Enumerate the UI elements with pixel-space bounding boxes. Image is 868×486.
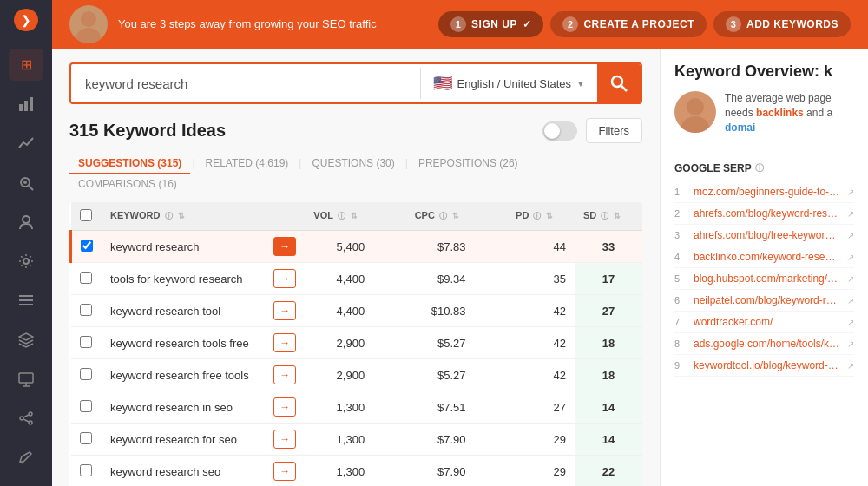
serp-item-external-icon[interactable]: ↗ — [847, 318, 854, 327]
row-arrow-button[interactable]: → — [273, 462, 296, 481]
row-arrow-button[interactable]: → — [273, 333, 296, 352]
row-checkbox[interactable] — [80, 400, 92, 412]
row-arrow-button[interactable]: → — [273, 365, 296, 384]
row-arrow: → — [265, 295, 305, 327]
serp-item-external-icon[interactable]: ↗ — [847, 231, 854, 240]
overview-highlight-blue: domai — [725, 122, 755, 134]
tab-prepositions[interactable]: PREPOSITIONS (26) — [410, 154, 527, 174]
tab-related[interactable]: RELATED (4,619) — [197, 154, 298, 174]
step-1-label: SIGN UP — [471, 18, 517, 30]
row-pd: 29 — [507, 424, 575, 456]
overview-person: The average web page needs backlinks and… — [674, 91, 854, 135]
row-checkbox-cell — [71, 263, 102, 295]
row-arrow-button[interactable]: → — [273, 301, 296, 320]
serp-item-external-icon[interactable]: ↗ — [847, 274, 854, 284]
row-checkbox[interactable] — [80, 304, 92, 316]
row-checkbox[interactable] — [80, 336, 92, 348]
row-cpc-arrow — [475, 327, 508, 359]
step-add-keywords-button[interactable]: 3 ADD KEYWORDS — [713, 11, 851, 37]
filter-toggle[interactable] — [542, 122, 577, 141]
row-vol: 4,400 — [305, 263, 373, 295]
th-keyword: KEYWORD ⓘ ⇅ — [102, 202, 265, 231]
step-create-project-button[interactable]: 2 CREATE A PROJECT — [550, 11, 707, 37]
row-arrow-button[interactable]: → — [273, 269, 296, 288]
table-row: keyword research tools free → 2,900 $5.2… — [71, 327, 643, 359]
row-checkbox-cell — [71, 456, 102, 487]
serp-item-external-icon[interactable]: ↗ — [847, 339, 854, 349]
sidebar-item-pencil[interactable] — [9, 442, 43, 474]
filter-button[interactable]: Filters — [586, 118, 642, 143]
serp-item: 3 ahrefs.com/blog/free-keyword-re... ↗ — [674, 225, 854, 246]
sidebar-toggle[interactable]: ❯ — [14, 9, 38, 31]
row-arrow-button[interactable]: → — [273, 237, 296, 256]
keyword-table: KEYWORD ⓘ ⇅ VOL ⓘ ⇅ CPC — [69, 202, 642, 486]
row-checkbox[interactable] — [80, 368, 92, 380]
serp-item-link[interactable]: ahrefs.com/blog/free-keyword-re... — [694, 229, 840, 241]
sidebar-item-monitor[interactable] — [9, 363, 43, 395]
sidebar-item-share[interactable] — [9, 402, 43, 434]
serp-item-external-icon[interactable]: ↗ — [847, 361, 854, 371]
select-all-checkbox[interactable] — [80, 209, 92, 221]
serp-item-external-icon[interactable]: ↗ — [847, 187, 854, 197]
serp-item-link[interactable]: neilpatel.com/blog/keyword-rese... — [694, 294, 840, 306]
sidebar-item-analytics[interactable] — [9, 88, 43, 120]
tab-questions[interactable]: QUESTIONS (30) — [303, 154, 403, 174]
row-checkbox[interactable] — [81, 240, 93, 252]
sidebar-item-settings[interactable] — [9, 245, 43, 277]
row-arrow-button[interactable]: → — [273, 430, 296, 449]
serp-item-link[interactable]: ads.google.com/home/tools/key... — [694, 338, 840, 350]
row-checkbox[interactable] — [80, 464, 92, 476]
serp-item-link[interactable]: blog.hubspot.com/marketing/ho... — [694, 273, 840, 285]
us-flag-icon: 🇺🇸 — [433, 74, 452, 93]
svg-point-14 — [29, 412, 32, 416]
table-row: keyword research → 5,400 $7.83 44 33 — [71, 231, 643, 263]
row-vol-arrow — [373, 359, 406, 391]
serp-section: GOOGLE SERP ⓘ 1 moz.com/beginners-guide-… — [661, 162, 868, 391]
sidebar-item-chart[interactable] — [9, 128, 43, 160]
serp-item: 2 ahrefs.com/blog/keyword-resear... ↗ — [674, 203, 854, 225]
sidebar-item-keywords[interactable] — [9, 167, 43, 199]
row-sd: 14 — [575, 424, 642, 456]
search-button[interactable] — [597, 64, 641, 102]
language-selector[interactable]: 🇺🇸 English / United States ▼ — [421, 74, 597, 93]
serp-item-external-icon[interactable]: ↗ — [847, 209, 854, 219]
row-keyword: keyword research tool — [102, 295, 265, 327]
row-checkbox[interactable] — [80, 432, 92, 444]
user-avatar — [69, 5, 108, 43]
row-vol-arrow — [373, 231, 406, 263]
row-vol-arrow — [373, 424, 406, 456]
serp-item-external-icon[interactable]: ↗ — [847, 253, 854, 262]
svg-point-20 — [81, 11, 96, 27]
serp-item-link[interactable]: keywordtool.io/blog/keyword-res... — [694, 359, 840, 371]
sidebar-item-person[interactable] — [9, 206, 43, 238]
row-arrow-button[interactable]: → — [273, 397, 296, 417]
tab-comparisons[interactable]: COMPARISONS (16) — [69, 174, 186, 195]
overview-avatar — [674, 91, 716, 133]
step-signup-button[interactable]: 1 SIGN UP ✓ — [438, 11, 543, 37]
row-keyword: keyword research seo — [102, 456, 265, 487]
keyword-overview: Keyword Overview: k The average web page… — [661, 49, 868, 162]
serp-item-number: 7 — [674, 317, 687, 327]
row-cpc-arrow — [475, 456, 508, 487]
serp-item-link[interactable]: ahrefs.com/blog/keyword-resear... — [694, 207, 840, 220]
row-checkbox[interactable] — [80, 272, 92, 284]
sidebar-item-dashboard[interactable]: ⊞ — [9, 49, 43, 81]
row-cpc: $9.34 — [406, 263, 475, 295]
svg-point-15 — [20, 417, 23, 420]
left-panel: 🇺🇸 English / United States ▼ 315 Keyword… — [52, 49, 660, 486]
serp-item-link[interactable]: wordtracker.com/ — [694, 316, 840, 328]
row-checkbox-cell — [71, 327, 102, 359]
svg-rect-8 — [19, 295, 33, 297]
serp-item: 1 moz.com/beginners-guide-to-se... ↗ — [674, 181, 854, 203]
row-keyword: keyword research for seo — [102, 424, 265, 456]
serp-item-link[interactable]: backlinko.com/keyword-research — [694, 251, 840, 263]
row-cpc-arrow — [475, 231, 508, 263]
serp-item-number: 9 — [674, 360, 687, 371]
serp-item-external-icon[interactable]: ↗ — [847, 296, 854, 305]
row-cpc: $5.27 — [406, 359, 475, 391]
search-input[interactable] — [71, 68, 420, 100]
sidebar-item-layers[interactable] — [9, 324, 43, 356]
sidebar-item-list[interactable] — [9, 285, 43, 317]
tab-suggestions[interactable]: SUGGESTIONS (315) — [69, 154, 190, 174]
serp-item-link[interactable]: moz.com/beginners-guide-to-se... — [694, 186, 840, 198]
